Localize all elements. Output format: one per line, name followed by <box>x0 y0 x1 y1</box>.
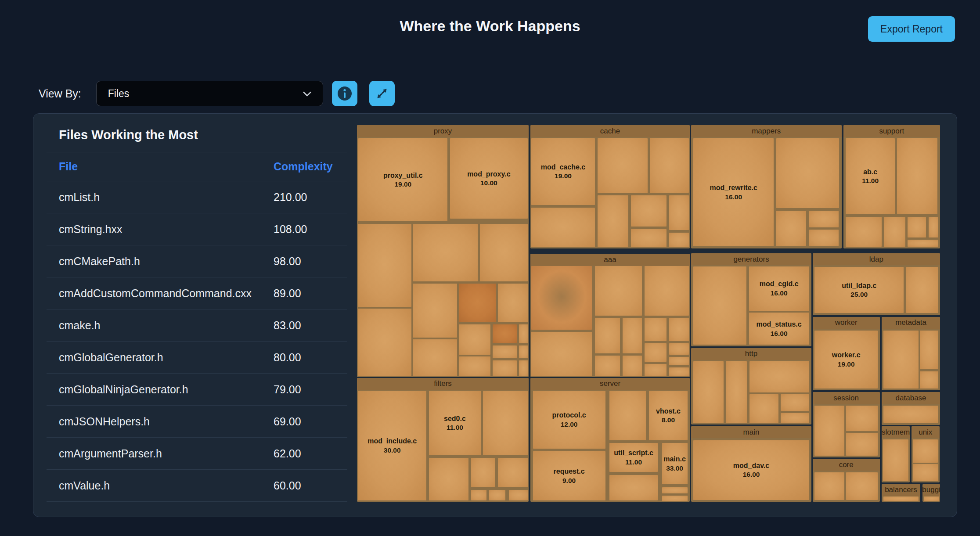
treemap-cell[interactable] <box>913 439 938 462</box>
treemap-cell[interactable] <box>920 371 938 389</box>
treemap-cell[interactable] <box>519 360 528 376</box>
treemap-cell[interactable] <box>650 138 689 193</box>
treemap-cell[interactable] <box>913 464 938 481</box>
treemap-cell[interactable] <box>929 217 938 237</box>
treemap-cell[interactable] <box>645 343 667 362</box>
treemap-cell[interactable] <box>669 233 689 247</box>
treemap-cell[interactable] <box>883 496 919 501</box>
treemap-cell[interactable] <box>693 361 724 423</box>
treemap-cell[interactable] <box>897 138 938 214</box>
treemap-section-aaa[interactable]: aaa <box>530 254 690 377</box>
treemap-cell[interactable] <box>883 331 919 389</box>
treemap-cell-util_script.c[interactable]: util_script.c11.00 <box>609 443 658 472</box>
treemap-cell-protocol.c[interactable]: protocol.c12.00 <box>533 391 605 448</box>
treemap-cell[interactable] <box>623 356 642 376</box>
treemap-cell-mod_proxy.c[interactable]: mod_proxy.c10.00 <box>450 138 528 219</box>
treemap-cell[interactable] <box>781 394 809 411</box>
treemap-cell[interactable] <box>459 356 491 376</box>
treemap-section-proxy[interactable]: proxyproxy_util.c19.00mod_proxy.c10.00 <box>357 125 529 377</box>
treemap-cell[interactable] <box>846 433 878 456</box>
treemap-section-balancers[interactable]: balancers <box>882 484 920 502</box>
treemap-cell[interactable] <box>883 439 908 481</box>
treemap-cell[interactable] <box>631 195 667 227</box>
treemap-cell[interactable] <box>471 490 486 500</box>
treemap-cell[interactable] <box>749 361 809 392</box>
treemap-cell[interactable] <box>483 391 528 455</box>
treemap-section-http[interactable]: http <box>691 348 811 424</box>
treemap-cell[interactable] <box>623 318 642 353</box>
treemap-cell[interactable] <box>846 406 878 431</box>
treemap-cell[interactable] <box>358 224 411 307</box>
treemap-cell[interactable] <box>662 496 688 501</box>
treemap-cell[interactable] <box>631 229 667 248</box>
info-button[interactable] <box>332 81 357 106</box>
treemap-cell[interactable] <box>781 413 809 424</box>
treemap-cell[interactable] <box>645 266 689 316</box>
treemap-cell[interactable] <box>669 357 689 365</box>
expand-button[interactable] <box>369 81 395 106</box>
treemap-cell[interactable] <box>595 318 620 353</box>
treemap-cell[interactable] <box>669 318 689 341</box>
treemap-section-support[interactable]: supportab.c11.00 <box>843 125 940 248</box>
treemap-cell[interactable] <box>531 208 595 247</box>
treemap-cell[interactable] <box>459 324 491 355</box>
treemap-cell-ab.c[interactable]: ab.c11.00 <box>846 138 894 214</box>
treemap-cell[interactable] <box>358 309 411 376</box>
export-report-button[interactable]: Export Report <box>868 16 955 42</box>
treemap-cell[interactable] <box>531 266 592 330</box>
treemap-cell[interactable] <box>489 490 505 500</box>
treemap-cell[interactable] <box>908 217 926 237</box>
treemap-section-worker[interactable]: workerworker.c19.00 <box>813 317 880 390</box>
treemap-section-filters[interactable]: filtersmod_include.c30.00sed0.c11.00 <box>357 378 529 502</box>
treemap-cell[interactable] <box>924 496 939 501</box>
treemap-cell[interactable] <box>809 211 839 227</box>
treemap-cell[interactable] <box>776 138 839 208</box>
treemap-section-server[interactable]: serverprotocol.c12.00request.c9.00vhost.… <box>530 378 690 502</box>
treemap-cell[interactable] <box>598 195 629 247</box>
treemap-cell[interactable] <box>498 458 528 487</box>
view-by-select[interactable]: Files <box>96 81 323 106</box>
treemap-cell-main.c[interactable]: main.c33.00 <box>662 443 688 484</box>
treemap-cell[interactable] <box>609 391 646 440</box>
treemap-cell[interactable] <box>598 138 648 194</box>
treemap-cell[interactable] <box>645 364 667 376</box>
treemap-cell[interactable] <box>595 356 620 376</box>
treemap-cell-proxy_util.c[interactable]: proxy_util.c19.00 <box>358 138 447 221</box>
treemap-section-buggi[interactable]: buggi <box>922 484 940 502</box>
treemap-section-cache[interactable]: cachemod_cache.c19.00 <box>530 125 690 248</box>
treemap-cell-mod_dav.c[interactable]: mod_dav.c16.00 <box>693 440 809 500</box>
treemap-cell[interactable] <box>669 195 689 230</box>
treemap-section-unix[interactable]: unix <box>912 426 940 482</box>
treemap-cell[interactable] <box>595 266 642 316</box>
treemap-cell[interactable] <box>471 458 495 487</box>
treemap-section-main[interactable]: mainmod_dav.c16.00 <box>691 426 811 502</box>
treemap-cell[interactable] <box>726 361 747 423</box>
treemap-section-generators[interactable]: generatorsmod_cgid.c16.00mod_status.c16.… <box>691 253 811 346</box>
treemap-cell[interactable] <box>480 224 528 281</box>
treemap-cell[interactable] <box>906 267 938 313</box>
treemap-section-slotmem[interactable]: slotmem <box>882 426 910 482</box>
treemap-cell[interactable] <box>509 490 528 500</box>
treemap-cell[interactable] <box>908 240 938 247</box>
treemap-section-ldap[interactable]: ldaputil_ldap.c25.00 <box>813 253 940 315</box>
treemap-cell[interactable] <box>776 211 807 246</box>
treemap-cell[interactable] <box>519 345 528 359</box>
treemap-cell-mod_rewrite.c[interactable]: mod_rewrite.c16.00 <box>693 138 774 246</box>
treemap-cell[interactable] <box>846 472 878 500</box>
treemap-cell-mod_cgid.c[interactable]: mod_cgid.c16.00 <box>749 266 809 311</box>
treemap-section-core[interactable]: core <box>813 459 880 502</box>
treemap-cell-request.c[interactable]: request.c9.00 <box>533 451 605 500</box>
treemap-section-session[interactable]: session <box>813 392 880 457</box>
treemap-cell[interactable] <box>413 339 458 376</box>
treemap-cell-sed0.c[interactable]: sed0.c11.00 <box>429 391 480 455</box>
treemap-cell[interactable] <box>669 367 689 376</box>
treemap-cell[interactable] <box>669 343 689 354</box>
treemap-cell[interactable] <box>693 266 746 345</box>
treemap-cell[interactable] <box>609 475 658 501</box>
treemap-cell[interactable] <box>413 284 458 338</box>
treemap-cell-mod_cache.c[interactable]: mod_cache.c19.00 <box>531 138 595 205</box>
treemap-cell[interactable] <box>846 217 882 247</box>
treemap-cell[interactable] <box>493 360 517 376</box>
treemap-section-metadata[interactable]: metadata <box>882 317 940 390</box>
treemap-cell-mod_include.c[interactable]: mod_include.c30.00 <box>358 391 426 500</box>
